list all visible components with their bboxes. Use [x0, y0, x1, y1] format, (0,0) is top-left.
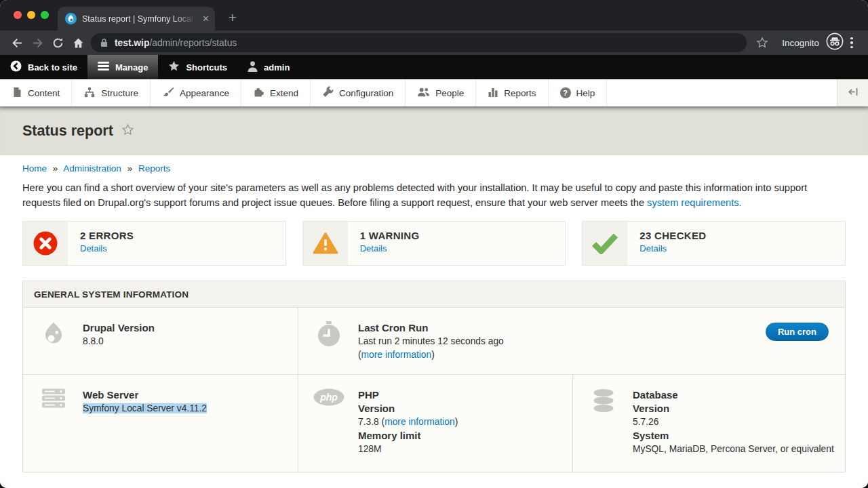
drupal-logo-icon: [38, 321, 69, 374]
menu-item-configuration[interactable]: Configuration: [311, 79, 406, 106]
web-server-cell: Web Server Symfony Local Server v4.11.2: [23, 375, 298, 472]
page-header: Status report: [0, 106, 868, 155]
window-minimize-button[interactable]: [27, 11, 35, 19]
incognito-badge-icon: [826, 33, 844, 53]
database-version-value: 5.7.26: [633, 415, 834, 429]
drupal-version-value: 8.8.0: [83, 335, 155, 348]
checked-count: 23 CHECKED: [639, 230, 706, 241]
bar-chart-icon: [488, 87, 498, 99]
web-server-value: Symfony Local Server v4.11.2: [83, 403, 207, 413]
forward-icon[interactable]: [27, 33, 47, 52]
section-title: GENERAL SYSTEM INFORMATION: [23, 281, 845, 308]
status-summary: 2 ERRORS Details 1 WARNING Details 23: [22, 221, 846, 266]
home-icon[interactable]: [68, 33, 88, 52]
tab-close-icon[interactable]: ✕: [202, 14, 210, 24]
address-bar[interactable]: test.wip/admin/reports/status: [91, 33, 747, 52]
main-content: Home » Administration » Reports Here you…: [0, 155, 868, 488]
menu-item-content[interactable]: Content: [0, 79, 72, 106]
user-icon: [248, 61, 258, 74]
database-system-value: MySQL, MariaDB, Percona Server, or equiv…: [633, 443, 834, 456]
shortcuts-label: Shortcuts: [186, 62, 227, 73]
error-details-link[interactable]: Details: [80, 243, 107, 253]
error-icon: [23, 222, 68, 265]
url-host: test.wip: [115, 38, 149, 48]
menu-item-reports[interactable]: Reports: [476, 79, 548, 106]
breadcrumb-administration[interactable]: Administration: [63, 163, 121, 174]
check-icon: [583, 222, 627, 265]
menu-item-appearance[interactable]: Appearance: [151, 79, 241, 106]
error-count: 2 ERRORS: [80, 230, 134, 241]
browser-window: Status report | Symfony Local Se ✕ + tes…: [0, 0, 868, 488]
tab-title: Status report | Symfony Local Se: [82, 14, 199, 24]
checked-card: 23 CHECKED Details: [582, 221, 846, 266]
warning-count: 1 WARNING: [360, 230, 420, 241]
window-zoom-button[interactable]: [41, 11, 49, 19]
warning-card: 1 WARNING Details: [302, 221, 566, 266]
menu-item-structure[interactable]: Structure: [72, 79, 151, 106]
page-title: Status report: [22, 123, 113, 140]
system-requirements-link[interactable]: system requirements.: [647, 197, 742, 208]
php-more-information-link[interactable]: more information: [384, 417, 455, 427]
document-icon: [12, 87, 22, 100]
breadcrumb-home[interactable]: Home: [22, 163, 47, 174]
database-system-label: System: [633, 429, 834, 443]
manage-label: Manage: [115, 62, 148, 73]
reload-icon[interactable]: [47, 33, 68, 52]
run-cron-button[interactable]: Run cron: [766, 323, 829, 341]
php-memory-value: 128M: [358, 443, 458, 456]
browser-menu-icon[interactable]: [850, 37, 853, 49]
php-cell: php PHP Version 7.3.8 (more information)…: [298, 375, 573, 472]
new-tab-button[interactable]: +: [224, 9, 241, 26]
collapse-toolbar-button[interactable]: [837, 79, 868, 106]
manage-tab[interactable]: Manage: [87, 55, 158, 79]
back-icon[interactable]: [7, 33, 27, 52]
traffic-lights: [14, 11, 49, 19]
database-icon: [588, 388, 619, 472]
shortcuts-star-icon: [168, 61, 180, 74]
puzzle-icon: [253, 87, 264, 100]
breadcrumb-separator: »: [127, 163, 133, 174]
wrench-icon: [322, 86, 334, 100]
last-cron-run-cell: Last Cron Run Last run 2 minutes 12 seco…: [298, 308, 845, 374]
menu-item-extend[interactable]: Extend: [241, 79, 311, 106]
php-memory-label: Memory limit: [358, 429, 458, 443]
menu-item-people[interactable]: People: [406, 79, 476, 106]
bookmark-star-icon[interactable]: [752, 33, 772, 52]
clock-icon: [313, 321, 344, 374]
php-version-value: 7.3.8: [358, 417, 379, 427]
paintbrush-icon: [162, 87, 174, 99]
window-close-button[interactable]: [14, 11, 22, 19]
incognito-label: Incognito: [782, 38, 819, 48]
admin-menu-bar: Content Structure Appearance Extend Conf…: [0, 79, 868, 106]
help-icon: ?: [560, 87, 571, 98]
menu-spacer: [607, 79, 837, 106]
svg-text:php: php: [319, 392, 338, 403]
favorite-star-icon[interactable]: [121, 123, 135, 140]
database-version-label: Version: [633, 402, 834, 415]
browser-tab[interactable]: Status report | Symfony Local Se ✕: [58, 7, 215, 30]
database-cell: Database Version 5.7.26 System MySQL, Ma…: [573, 375, 845, 472]
url-path: /admin/reports/status: [149, 38, 237, 48]
collapse-arrow-icon: [848, 87, 859, 99]
cron-more-information-link[interactable]: more information: [361, 350, 432, 360]
checked-details-link[interactable]: Details: [639, 243, 667, 253]
intro-paragraph: Here you can find a short overview of yo…: [22, 181, 846, 210]
menu-item-help[interactable]: ? Help: [549, 79, 608, 106]
error-card: 2 ERRORS Details: [22, 221, 286, 266]
breadcrumb-reports[interactable]: Reports: [138, 163, 170, 174]
people-icon: [417, 87, 430, 100]
general-system-information-section: GENERAL SYSTEM INFORMATION Drupal Versio…: [22, 281, 846, 472]
cron-title: Last Cron Run: [358, 321, 504, 335]
server-icon: [38, 388, 69, 472]
php-version-label: Version: [358, 402, 458, 415]
lock-icon[interactable]: [100, 38, 108, 47]
user-label: admin: [264, 62, 290, 73]
warning-icon: [303, 222, 348, 265]
user-menu[interactable]: admin: [237, 55, 300, 79]
warning-details-link[interactable]: Details: [360, 243, 387, 253]
back-to-site-button[interactable]: Back to site: [0, 55, 87, 79]
hamburger-icon: [98, 62, 109, 73]
php-logo-icon: php: [313, 388, 344, 472]
tab-strip: Status report | Symfony Local Se ✕ +: [0, 0, 868, 30]
shortcuts-tab[interactable]: Shortcuts: [158, 55, 237, 79]
